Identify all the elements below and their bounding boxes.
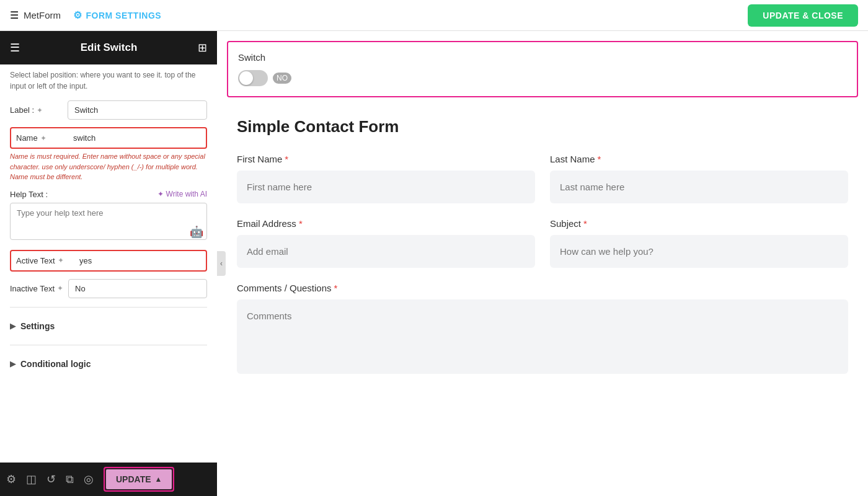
- ai-bot-icon: 🤖: [190, 225, 203, 239]
- chevron-up-icon: ▲: [155, 475, 162, 484]
- settings-label: Settings: [20, 321, 55, 331]
- write-with-ai-button[interactable]: ✦ Write with AI: [157, 190, 207, 198]
- name-crosshair-icon: ✦: [40, 134, 46, 143]
- toggle-no-label: NO: [273, 73, 291, 84]
- email-label-text: Email Address: [237, 218, 296, 229]
- name-label-text: Name: [16, 133, 38, 143]
- update-button-wrapper: UPDATE ▲: [104, 467, 174, 492]
- sidebar-body: Select label position: where you want to…: [0, 64, 217, 463]
- inactive-label-text: Inactive Text: [10, 284, 55, 293]
- comments-required: *: [334, 283, 338, 293]
- email-group: Email Address *: [237, 218, 535, 268]
- sidebar-note: Select label position: where you want to…: [10, 64, 207, 92]
- name-hint: Name is must required. Enter name withou…: [10, 151, 207, 182]
- form-settings-link[interactable]: ⚙ FORM SETTINGS: [73, 9, 161, 21]
- comments-label-text: Comments / Questions: [237, 283, 332, 293]
- label-text: Label :: [10, 105, 34, 115]
- conditional-arrow-icon: ▶: [10, 360, 16, 368]
- toggle-thumb: [239, 71, 253, 85]
- update-close-button[interactable]: UPDATE & CLOSE: [748, 4, 858, 27]
- inactive-crosshair-icon: ✦: [57, 284, 63, 293]
- sidebar-header: ☰ Edit Switch ⊞: [0, 31, 217, 64]
- first-name-group: First Name *: [237, 154, 535, 203]
- toolbar-eye-icon[interactable]: ◎: [84, 472, 94, 486]
- ai-icon: ✦: [157, 190, 164, 198]
- inactive-text-label: Inactive Text ✦: [10, 284, 63, 293]
- sidebar-grid-icon[interactable]: ⊞: [198, 41, 207, 55]
- first-name-label-text: First Name: [237, 154, 282, 164]
- first-name-label: First Name *: [237, 154, 535, 164]
- form-content: Simple Contact Form First Name * Last Na…: [217, 102, 868, 406]
- help-text-row: Help Text : ✦ Write with AI 🤖: [10, 190, 207, 242]
- toolbar-history-icon[interactable]: ↺: [46, 472, 56, 486]
- email-label: Email Address *: [237, 218, 535, 229]
- subject-input[interactable]: [550, 235, 848, 268]
- update-button[interactable]: UPDATE ▲: [106, 469, 172, 489]
- name-field-label: Name ✦: [16, 133, 66, 143]
- form-row-1: First Name * Last Name *: [237, 154, 848, 203]
- collapse-handle[interactable]: ‹: [217, 251, 226, 276]
- toolbar-layers-icon[interactable]: ◫: [26, 472, 37, 486]
- first-name-input[interactable]: [237, 170, 535, 203]
- subject-group: Subject *: [550, 218, 848, 268]
- divider-1: [10, 307, 207, 308]
- label-input[interactable]: [68, 100, 207, 120]
- form-title: Simple Contact Form: [237, 117, 848, 136]
- switch-preview: Switch NO: [227, 41, 858, 97]
- help-text-label: Help Text :: [10, 190, 48, 199]
- label-field-row: Label : ✦: [10, 100, 207, 120]
- write-with-ai-label: Write with AI: [166, 190, 207, 198]
- update-label: UPDATE: [116, 474, 151, 484]
- last-name-required: *: [598, 154, 601, 164]
- last-name-input[interactable]: [550, 170, 848, 203]
- subject-label: Subject *: [550, 218, 848, 229]
- header-menu-icon[interactable]: ☰: [10, 9, 19, 21]
- comments-group: Comments / Questions *: [237, 283, 848, 376]
- name-input[interactable]: [71, 132, 201, 144]
- conditional-logic-label: Conditional logic: [20, 359, 91, 369]
- inactive-text-row: Inactive Text ✦: [10, 279, 207, 298]
- last-name-label-text: Last Name: [550, 154, 595, 164]
- email-input[interactable]: [237, 235, 535, 268]
- sidebar-title: Edit Switch: [81, 42, 138, 54]
- switch-preview-label: Switch: [238, 52, 847, 63]
- inactive-text-input[interactable]: [68, 279, 207, 298]
- active-label-text: Active Text: [16, 256, 55, 265]
- email-required: *: [299, 218, 303, 229]
- label-crosshair-icon: ✦: [37, 106, 43, 115]
- toggle-track[interactable]: [238, 70, 268, 86]
- help-textarea[interactable]: [10, 203, 207, 240]
- comments-label: Comments / Questions *: [237, 283, 848, 293]
- active-text-input[interactable]: [77, 255, 201, 267]
- active-crosshair-icon: ✦: [58, 256, 64, 265]
- conditional-logic-header[interactable]: ▶ Conditional logic: [10, 354, 207, 374]
- label-field-label: Label : ✦: [10, 105, 63, 115]
- divider-2: [10, 345, 207, 345]
- subject-label-text: Subject: [550, 218, 581, 229]
- sidebar-toolbar: ⚙ ◫ ↺ ⧉ ◎ UPDATE ▲: [0, 463, 217, 496]
- active-text-label: Active Text ✦: [16, 256, 72, 265]
- settings-section: ▶ Settings: [10, 316, 207, 336]
- toolbar-gear-icon[interactable]: ⚙: [6, 472, 16, 486]
- settings-arrow-icon: ▶: [10, 322, 16, 330]
- main-layout: ☰ Edit Switch ⊞ Select label position: w…: [0, 31, 868, 496]
- header: ☰ MetForm ⚙ FORM SETTINGS UPDATE & CLOSE: [0, 0, 868, 31]
- conditional-logic-section: ▶ Conditional logic: [10, 354, 207, 374]
- name-field-row: Name ✦: [10, 127, 207, 149]
- form-row-2: Email Address * Subject *: [237, 218, 848, 268]
- content-area: Switch NO Simple Contact Form First Name…: [217, 31, 868, 496]
- form-row-3: Comments / Questions *: [237, 283, 848, 376]
- switch-toggle[interactable]: NO: [238, 70, 847, 86]
- last-name-label: Last Name *: [550, 154, 848, 164]
- sidebar: ☰ Edit Switch ⊞ Select label position: w…: [0, 31, 217, 496]
- help-text-header: Help Text : ✦ Write with AI: [10, 190, 207, 199]
- active-text-row: Active Text ✦: [10, 250, 207, 272]
- subject-required: *: [583, 218, 587, 229]
- comments-textarea[interactable]: [237, 299, 848, 374]
- toolbar-copy-icon[interactable]: ⧉: [66, 473, 74, 486]
- first-name-required: *: [285, 154, 288, 164]
- form-settings-label: FORM SETTINGS: [86, 11, 162, 20]
- gear-icon: ⚙: [73, 9, 82, 21]
- settings-header[interactable]: ▶ Settings: [10, 316, 207, 336]
- sidebar-menu-icon[interactable]: ☰: [10, 41, 20, 55]
